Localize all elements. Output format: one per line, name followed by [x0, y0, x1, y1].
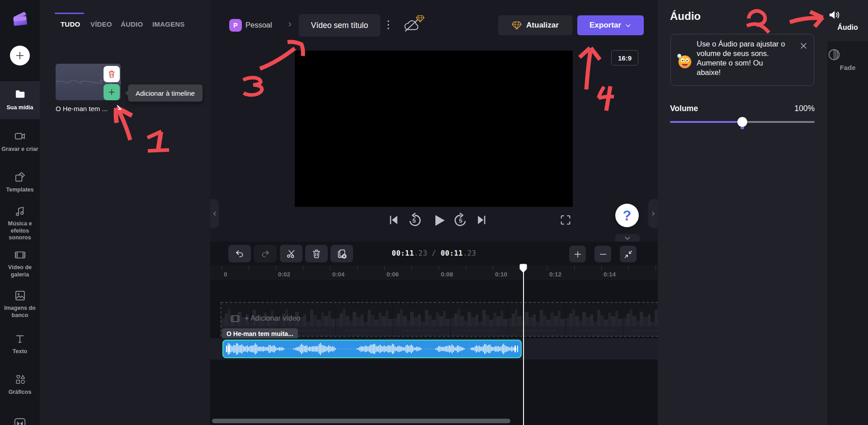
current-time: 00:11 [392, 249, 414, 257]
export-button[interactable]: Exportar [577, 15, 644, 35]
clipchamp-logo[interactable] [11, 11, 28, 28]
add-media-button[interactable] [10, 46, 30, 65]
ruler-tick [439, 266, 439, 271]
video-preview[interactable] [295, 51, 573, 207]
ruler-tick [276, 266, 276, 271]
sidebar-item-graficos[interactable]: Gráficos [0, 373, 40, 396]
playhead-line[interactable] [523, 264, 524, 425]
close-tip-button[interactable] [799, 42, 808, 50]
properties-tab-audio[interactable]: Áudio [827, 8, 868, 32]
forward-5-button[interactable]: 5 [452, 212, 468, 229]
properties-tab-label: Fade [827, 64, 868, 71]
collapse-properties-panel-button[interactable] [648, 199, 658, 228]
zoom-out-button[interactable] [594, 246, 611, 262]
volume-slider-knob[interactable] [737, 117, 747, 127]
tab-video[interactable]: VÍDEO [90, 20, 112, 28]
sidebar-item-musica-e-efeitos[interactable]: Música e efeitos sonoros [0, 205, 40, 242]
trim-handle-right[interactable] [513, 345, 519, 353]
ruler-label: 0:06 [387, 271, 399, 278]
audio-clip-label: O He-man tem muita... [222, 328, 298, 339]
camera-icon [14, 130, 26, 142]
diamond-icon [416, 15, 425, 23]
sidebar-item-label: Templates [0, 187, 40, 194]
sidebar-item-label: galeria [0, 271, 40, 279]
timeline-scrollbar[interactable] [212, 419, 510, 423]
add-to-timeline-button[interactable] [104, 84, 120, 100]
diamond-icon [512, 21, 522, 30]
timeline-ruler[interactable]: 00:020:040:060:080:100:120:140:16 [210, 266, 658, 280]
tab-audio[interactable]: ÁUDIO [121, 20, 143, 28]
breadcrumb-workspace[interactable]: Pessoal [245, 21, 272, 29]
tip-text: Use o Áudio para ajustar o volume de seu… [697, 39, 805, 77]
skip-back-button[interactable] [386, 212, 401, 228]
stock-image-icon [14, 290, 26, 302]
trash-icon [107, 70, 116, 79]
tab-imagens[interactable]: IMAGENS [152, 20, 184, 28]
ruler-tick [656, 266, 656, 271]
rewind-5-button[interactable]: 5 [407, 212, 423, 229]
add-video-text: + Adicionar vídeo [245, 314, 300, 322]
svg-text:5: 5 [412, 217, 416, 224]
ruler-label: 0:08 [441, 271, 453, 278]
help-button[interactable]: ? [615, 204, 639, 227]
ruler-label: 0:12 [549, 271, 561, 278]
music-note-icon [14, 205, 26, 217]
clipchamp-editor: Sua mídia Gravar e criar Templates Músic… [0, 0, 868, 425]
sidebar-item-video-de-galeria[interactable]: Vídeo de galeria [0, 249, 40, 278]
ruler-label: 0:14 [604, 271, 616, 278]
skip-forward-button[interactable] [474, 212, 489, 228]
collapse-media-panel-button[interactable] [210, 199, 219, 228]
project-title: Vídeo sem título [311, 21, 368, 30]
add-video-placeholder[interactable]: + Adicionar vídeo [231, 314, 300, 322]
fullscreen-button[interactable] [559, 214, 572, 226]
ruler-label: 0 [224, 271, 227, 278]
sidebar-item-imagens-do-banco[interactable]: Imagens do banco [0, 290, 40, 319]
sidebar-item-sua-midia[interactable]: Sua mídia [0, 88, 40, 112]
volume-slider-fill [670, 121, 742, 123]
chevron-right-icon [651, 211, 656, 216]
trim-handle-left[interactable] [225, 345, 231, 353]
tooltip: Adicionar à timeline [128, 84, 203, 102]
collapse-preview-button[interactable] [615, 234, 640, 242]
timeline: 00:11.23 / 00:11.23 00:020:040:060:080:1… [210, 242, 658, 425]
zoom-in-button[interactable] [569, 246, 586, 262]
plus-icon [573, 249, 583, 259]
audio-clip[interactable] [222, 340, 522, 358]
time-display: 00:11.23 / 00:11.23 [210, 249, 658, 257]
project-title-input[interactable]: Vídeo sem título [299, 14, 380, 37]
idea-face-emoji [676, 52, 693, 70]
fade-icon [827, 48, 841, 61]
ruler-label: 0:02 [278, 271, 290, 278]
play-button[interactable] [430, 212, 448, 229]
properties-tab-fade[interactable]: Fade [827, 48, 868, 71]
aspect-ratio-value: 16:9 [618, 54, 632, 62]
tip-line: volume de seus sons. [697, 49, 805, 58]
volume-value: 100% [658, 104, 815, 113]
zoom-fit-icon [623, 249, 633, 259]
sidebar-item-transicoes[interactable] [0, 417, 40, 425]
ruler-tick [357, 266, 358, 271]
export-label: Exportar [590, 21, 621, 30]
total-time: 00:11 [441, 249, 463, 257]
audio-clip-label-text: O He-man tem muita... [226, 330, 293, 337]
kebab-menu-icon[interactable] [385, 19, 392, 31]
delete-media-button[interactable] [104, 66, 120, 82]
sidebar-item-templates[interactable]: Templates [0, 171, 40, 194]
upgrade-button[interactable]: Atualizar [498, 15, 572, 35]
sidebar-item-label: Música e [0, 220, 40, 228]
left-sidebar: Sua mídia Gravar e criar Templates Músic… [0, 0, 40, 425]
tab-tudo[interactable]: TUDO [61, 20, 80, 28]
workspace-avatar[interactable]: P [229, 19, 242, 32]
active-tab-indicator [55, 13, 84, 14]
skip-forward-icon [474, 212, 489, 228]
sidebar-item-texto[interactable]: Texto [0, 333, 40, 355]
aspect-ratio-chip[interactable]: 16:9 [611, 50, 638, 65]
ruler-label: 0:04 [332, 271, 344, 278]
sidebar-item-gravar-e-criar[interactable]: Gravar e criar [0, 130, 40, 153]
sidebar-item-label: Sua mídia [0, 104, 40, 112]
sidebar-item-label: sonoros [0, 234, 40, 242]
zoom-fit-button[interactable] [620, 246, 637, 262]
sidebar-item-label: Texto [0, 348, 40, 355]
ruler-tick [411, 266, 412, 271]
film-strip-icon [14, 249, 26, 261]
